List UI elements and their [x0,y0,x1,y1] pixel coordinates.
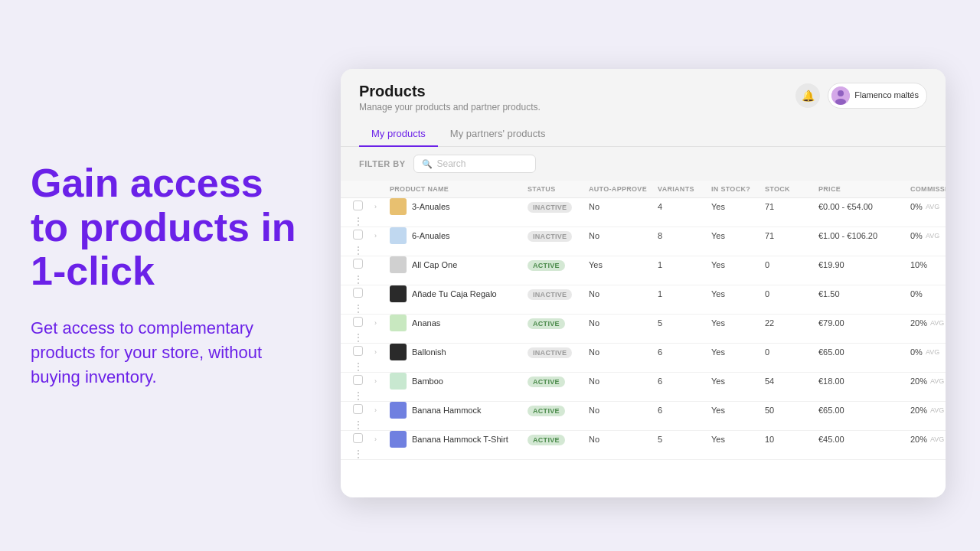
row-stock: 0 [765,347,818,357]
user-name: Flamenco maltés [854,90,919,100]
avatar [831,86,850,105]
svg-point-2 [835,99,846,105]
row-status: INACTIVE [528,347,589,357]
window-title-area: Products Manage your products and partne… [359,83,541,112]
row-product-name: 3-Anuales [390,198,528,215]
row-auto-approve: No [589,435,658,444]
table-row: › Bamboo ACTIVE No 6 Yes 54 €18.00 20% A… [341,373,946,402]
row-expand-icon[interactable]: › [374,377,390,385]
row-stock: 0 [765,260,818,269]
th-stock: STOCK [765,185,818,193]
row-price: €65.00 [818,406,910,415]
row-more-icon[interactable]: ⋮ [353,273,374,285]
search-input-wrapper[interactable]: 🔍 Search [413,155,536,173]
th-commission: COMMISSION [910,185,946,193]
row-checkbox[interactable] [353,316,374,330]
row-price: €0.00 - €54.00 [818,202,910,211]
row-checkbox[interactable] [353,229,374,243]
row-expand-icon[interactable]: › [374,319,390,327]
th-in-stock: IN STOCK? [711,185,765,193]
table-row: All Cap One ACTIVE Yes 1 Yes 0 €19.90 10… [341,256,946,285]
row-auto-approve: No [589,202,658,211]
row-variants: 5 [658,318,711,328]
row-more-icon[interactable]: ⋮ [353,244,374,256]
row-status: ACTIVE [528,435,589,444]
product-thumbnail [390,402,407,419]
right-panel: Products Manage your products and partne… [322,0,980,551]
row-variants: 1 [658,289,711,298]
row-stock: 10 [765,435,818,444]
row-commission: 20% AVG [910,318,946,328]
filter-by-label: FILTER BY [359,159,406,168]
row-auto-approve: No [589,406,658,415]
row-commission: 0% AVG [910,202,946,211]
row-price: €19.90 [818,260,910,269]
table-row: › 6-Anuales INACTIVE No 8 Yes 71 €1.00 -… [341,227,946,256]
tab-partner-products[interactable]: My partners' products [438,122,558,147]
row-commission: 20% AVG [910,406,946,415]
row-in-stock: Yes [711,406,765,415]
row-checkbox[interactable] [353,432,374,446]
row-price: €1.50 [818,289,910,298]
row-product-name: Banana Hammock [390,402,528,419]
row-in-stock: Yes [711,289,765,298]
main-heading: Gain access to products in 1-click [31,161,299,293]
app-window: Products Manage your products and partne… [341,69,946,497]
row-auto-approve: No [589,318,658,328]
row-expand-icon[interactable]: › [374,203,390,210]
row-in-stock: Yes [711,260,765,269]
search-icon: 🔍 [422,159,433,169]
th-auto-approve: AUTO-APPROVE [589,185,658,193]
row-price: €1.00 - €106.20 [818,231,910,240]
table-row: › Banana Hammock ACTIVE No 6 Yes 50 €65.… [341,402,946,431]
tabs-row: My products My partners' products [341,112,946,147]
row-more-icon[interactable]: ⋮ [353,215,374,227]
row-more-icon[interactable]: ⋮ [353,302,374,315]
row-checkbox[interactable] [353,345,374,359]
row-checkbox[interactable] [353,403,374,417]
row-price: €45.00 [818,435,910,444]
row-commission: 20% AVG [910,377,946,386]
row-in-stock: Yes [711,202,765,211]
row-more-icon[interactable]: ⋮ [353,331,374,344]
row-checkbox[interactable] [353,287,374,301]
row-variants: 6 [658,377,711,386]
page-title: Products [359,83,541,100]
product-thumbnail [390,315,407,331]
row-product-name: Ananas [390,315,528,331]
row-expand-icon[interactable]: › [374,348,390,356]
row-status: ACTIVE [528,260,589,269]
row-expand-icon[interactable]: › [374,232,390,240]
row-stock: 0 [765,289,818,298]
page-subtitle: Manage your products and partner product… [359,102,541,112]
row-more-icon[interactable]: ⋮ [353,390,374,402]
product-thumbnail [390,198,407,215]
row-in-stock: Yes [711,435,765,444]
row-checkbox[interactable] [353,374,374,388]
row-more-icon[interactable]: ⋮ [353,448,374,460]
row-more-icon[interactable]: ⋮ [353,360,374,373]
row-status: INACTIVE [528,289,589,298]
search-placeholder: Search [437,158,466,169]
row-variants: 4 [658,202,711,211]
row-variants: 6 [658,406,711,415]
user-badge[interactable]: Flamenco maltés [828,83,927,109]
product-thumbnail [390,373,407,390]
row-status: ACTIVE [528,377,589,386]
row-commission: 0% AVG [910,347,946,357]
row-auto-approve: No [589,347,658,357]
row-stock: 54 [765,377,818,386]
row-more-icon[interactable]: ⋮ [353,419,374,431]
row-in-stock: Yes [711,347,765,357]
window-header: Products Manage your products and partne… [341,69,946,112]
product-thumbnail [390,285,407,302]
row-checkbox[interactable] [353,258,374,272]
row-expand-icon[interactable]: › [374,435,390,443]
bell-button[interactable]: 🔔 [795,83,820,108]
tab-my-products[interactable]: My products [359,122,438,147]
row-checkbox[interactable] [353,200,374,214]
row-expand-icon[interactable]: › [374,406,390,414]
th-variants: VARIANTS [658,185,711,193]
table-row: › 3-Anuales INACTIVE No 4 Yes 71 €0.00 -… [341,198,946,227]
row-in-stock: Yes [711,231,765,240]
